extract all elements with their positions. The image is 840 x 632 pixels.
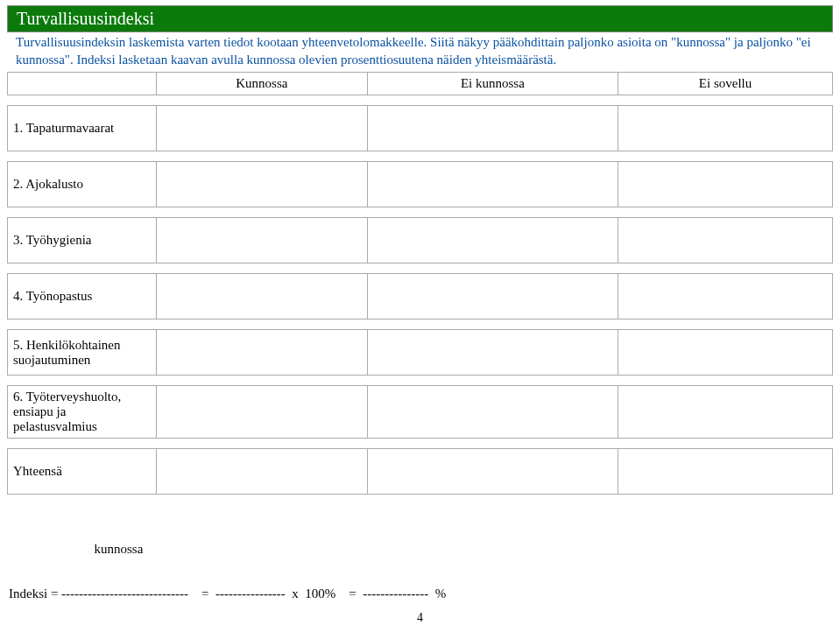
cell xyxy=(367,386,618,439)
index-table: Kunnossa Ei kunnossa Ei sovellu 1. Tapat… xyxy=(7,72,833,495)
col-ei-kunnossa: Ei kunnossa xyxy=(367,73,618,95)
cell xyxy=(367,162,618,207)
col-ei-sovellu: Ei sovellu xyxy=(618,73,833,95)
cell xyxy=(618,449,833,495)
row-label: 6. Työterveyshuolto, ensiapu ja pelastus… xyxy=(8,386,157,439)
cell xyxy=(367,274,618,320)
cell xyxy=(367,330,618,376)
page-title: Turvallisuusindeksi xyxy=(7,5,833,32)
cell xyxy=(157,449,368,495)
formula-line: kunnossa xyxy=(9,542,831,557)
cell xyxy=(157,330,368,376)
table-row: 6. Työterveyshuolto, ensiapu ja pelastus… xyxy=(8,386,833,439)
cell xyxy=(618,106,833,151)
cell xyxy=(367,449,618,495)
cell xyxy=(618,218,833,263)
cell xyxy=(157,162,368,207)
cell xyxy=(157,274,368,320)
intro-text: Turvallisuusindeksin laskemista varten t… xyxy=(7,32,833,72)
table-row: Yhteensä xyxy=(8,449,833,495)
cell xyxy=(367,218,618,263)
cell xyxy=(157,218,368,263)
table-row: 3. Työhygienia xyxy=(8,218,833,263)
table-row: 1. Tapaturmavaarat xyxy=(8,106,833,151)
formula-line: Indeksi = ----------------------------- … xyxy=(9,586,831,601)
cell xyxy=(618,162,833,207)
table-row: 2. Ajokalusto xyxy=(8,162,833,207)
table-header-row: Kunnossa Ei kunnossa Ei sovellu xyxy=(8,73,833,95)
col-kunnossa: Kunnossa xyxy=(157,73,368,95)
row-label: 5. Henkilökohtainen suojautuminen xyxy=(8,330,157,376)
row-label: 3. Työhygienia xyxy=(8,218,157,263)
table-header-empty xyxy=(8,73,157,95)
cell xyxy=(367,106,618,151)
page-number: 4 xyxy=(0,611,840,625)
cell xyxy=(157,106,368,151)
table-row: 5. Henkilökohtainen suojautuminen xyxy=(8,330,833,376)
row-label: 2. Ajokalusto xyxy=(8,162,157,207)
row-label: 1. Tapaturmavaarat xyxy=(8,106,157,151)
cell xyxy=(618,274,833,320)
table-row: 4. Työnopastus xyxy=(8,274,833,320)
cell xyxy=(618,386,833,439)
row-label: 4. Työnopastus xyxy=(8,274,157,320)
row-label: Yhteensä xyxy=(8,449,157,495)
cell xyxy=(618,330,833,376)
cell xyxy=(157,386,368,439)
